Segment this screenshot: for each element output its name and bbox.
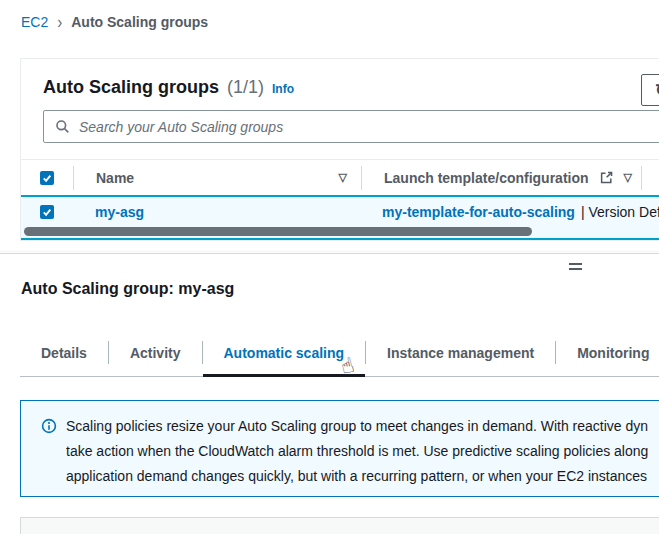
chevron-right-icon: › bbox=[57, 11, 62, 32]
alert-line: application demand changes quickly, but … bbox=[66, 464, 648, 489]
external-link-icon bbox=[599, 170, 614, 185]
horizontal-scrollbar-track[interactable] bbox=[21, 226, 659, 238]
split-panel-divider bbox=[0, 253, 659, 254]
info-icon bbox=[41, 418, 57, 496]
breadcrumb-ec2-link[interactable]: EC2 bbox=[21, 14, 48, 30]
table-card-header: Auto Scaling groups (1/1) Info bbox=[21, 59, 659, 108]
horizontal-scrollbar-thumb[interactable] bbox=[24, 227, 532, 236]
search-input[interactable] bbox=[79, 119, 659, 135]
alert-line: take action when the CloudWatch alarm th… bbox=[66, 439, 648, 464]
breadcrumb-current: Auto Scaling groups bbox=[71, 14, 208, 30]
refresh-button[interactable]: ↻ bbox=[641, 74, 659, 106]
breadcrumb: EC2 › Auto Scaling groups bbox=[21, 13, 208, 30]
info-link[interactable]: Info bbox=[272, 82, 294, 96]
asg-table-card: Auto Scaling groups (1/1) Info ↻ Name ▽ … bbox=[20, 58, 659, 241]
alert-line: Scaling policies resize your Auto Scalin… bbox=[66, 414, 648, 439]
column-divider bbox=[641, 166, 642, 190]
tab-activity[interactable]: Activity bbox=[109, 332, 202, 377]
tab-instance-management[interactable]: Instance management bbox=[366, 332, 555, 377]
search-box[interactable] bbox=[43, 110, 659, 143]
refresh-icon: ↻ bbox=[655, 80, 659, 101]
launch-template-link[interactable]: my-template-for-auto-scaling bbox=[382, 204, 575, 220]
column-label: Name bbox=[96, 170, 339, 186]
search-row bbox=[21, 108, 659, 159]
row-select-cell bbox=[21, 205, 73, 219]
split-panel-drag-handle[interactable] bbox=[569, 263, 582, 273]
sort-icon[interactable]: ▽ bbox=[339, 171, 347, 184]
column-label: Launch template/configuration bbox=[384, 170, 589, 186]
row-checkbox[interactable] bbox=[40, 205, 54, 219]
row-cell-name: my-asg bbox=[73, 204, 360, 220]
info-alert: Scaling policies resize your Auto Scalin… bbox=[20, 400, 659, 497]
launch-template-version: | Version Default bbox=[581, 204, 659, 220]
column-header-launch-template: Launch template/configuration ▽ bbox=[362, 170, 641, 186]
tab-monitoring[interactable]: Monitoring bbox=[556, 332, 659, 377]
tab-details[interactable]: Details bbox=[20, 332, 108, 377]
select-all-checkbox[interactable] bbox=[40, 171, 54, 185]
row-cell-launch-template: my-template-for-auto-scaling | Version D… bbox=[360, 204, 659, 220]
search-icon bbox=[55, 119, 70, 134]
result-count: (1/1) bbox=[227, 77, 264, 98]
table-row[interactable]: my-asg my-template-for-auto-scaling | Ve… bbox=[21, 195, 659, 240]
split-panel-title: Auto Scaling group: my-asg bbox=[21, 280, 234, 298]
alert-text: Scaling policies resize your Auto Scalin… bbox=[66, 414, 648, 496]
column-header-name: Name ▽ bbox=[74, 170, 361, 186]
select-all-cell bbox=[21, 171, 73, 185]
page-title: Auto Scaling groups bbox=[43, 77, 219, 98]
sort-icon[interactable]: ▽ bbox=[624, 171, 632, 184]
asg-name-link[interactable]: my-asg bbox=[95, 204, 144, 220]
table-row-content: my-asg my-template-for-auto-scaling | Ve… bbox=[21, 197, 659, 226]
table-header-row: Name ▽ Launch template/configuration ▽ bbox=[21, 159, 659, 195]
scaling-policies-card bbox=[20, 517, 659, 534]
